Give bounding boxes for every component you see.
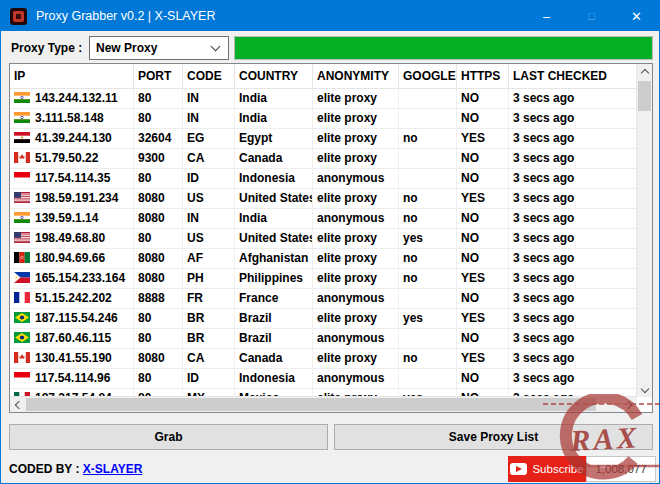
column-header-ip[interactable]: IP — [10, 64, 134, 88]
cell-code: BR — [183, 309, 235, 328]
table-row[interactable]: 130.41.55.1908080CACanadaelite proxynoYE… — [10, 349, 637, 369]
cell-code: IN — [183, 209, 235, 228]
column-header-anonymity[interactable]: ANONYMITY — [313, 64, 399, 88]
table-row[interactable]: 117.54.114.9680IDIndonesiaanonymousNO3 s… — [10, 369, 637, 389]
cell-country: Indonesia — [235, 169, 313, 188]
scroll-down-icon[interactable] — [637, 382, 652, 397]
table-row[interactable]: 51.15.242.2028888FRFranceanonymousNO3 se… — [10, 289, 637, 309]
grab-button[interactable]: Grab — [9, 424, 328, 450]
table-header: IPPORTCODECOUNTRYANONYMITYGOOGLEHTTPSLAS… — [10, 64, 637, 89]
cell-last-checked: 3 secs ago — [509, 309, 637, 328]
horizontal-scrollbar[interactable] — [10, 396, 637, 412]
proxy-type-dropdown[interactable]: New Proxy — [89, 36, 229, 60]
table-row[interactable]: 187.115.54.24680BRBrazilelite proxyyesYE… — [10, 309, 637, 329]
vertical-scroll-thumb[interactable] — [638, 81, 651, 111]
cell-https: YES — [457, 269, 509, 288]
table-row[interactable]: 198.49.68.8080USUnited Stateselite proxy… — [10, 229, 637, 249]
cell-anonymity: elite proxy — [313, 249, 399, 268]
cell-code: IN — [183, 89, 235, 108]
cell-last-checked: 3 secs ago — [509, 89, 637, 108]
column-header-code[interactable]: CODE — [183, 64, 235, 88]
scroll-up-icon[interactable] — [637, 64, 652, 79]
cell-country: Philippines — [235, 269, 313, 288]
cell-anonymity: elite proxy — [313, 189, 399, 208]
table-row[interactable]: 180.94.69.668080AFAfghanistanelite proxy… — [10, 249, 637, 269]
cell-code: US — [183, 189, 235, 208]
table-row[interactable]: 139.59.1.148080INIndiaanonymousnoNO3 sec… — [10, 209, 637, 229]
cell-code: PH — [183, 269, 235, 288]
proxy-type-selected-value: New Proxy — [96, 41, 157, 55]
app-icon — [10, 8, 27, 25]
table-row[interactable]: 165.154.233.1648080PHPhilippineselite pr… — [10, 269, 637, 289]
cell-last-checked: 3 secs ago — [509, 109, 637, 128]
cell-ip: 187.60.46.115 — [10, 329, 134, 348]
author-link[interactable]: X-SLAYER — [83, 462, 143, 476]
cell-port: 80 — [134, 229, 183, 248]
column-header-country[interactable]: COUNTRY — [235, 64, 313, 88]
cell-port: 32604 — [134, 129, 183, 148]
cell-google: no — [399, 129, 457, 148]
save-proxy-list-button[interactable]: Save Proxy List — [334, 424, 653, 450]
cell-anonymity: anonymous — [313, 169, 399, 188]
window-title: Proxy Grabber v0.2 | X-SLAYER — [36, 9, 215, 23]
vertical-scrollbar[interactable] — [636, 64, 652, 397]
table-row[interactable]: 41.39.244.13032604EGEgyptelite proxynoYE… — [10, 129, 637, 149]
cell-country: India — [235, 209, 313, 228]
cell-last-checked: 3 secs ago — [509, 149, 637, 168]
column-header-last-checked[interactable]: LAST CHECKED — [509, 64, 637, 88]
table-row[interactable]: 187.60.46.11580BRBrazilanonymousNO3 secs… — [10, 329, 637, 349]
scroll-right-icon[interactable] — [622, 397, 637, 412]
cell-port: 80 — [134, 169, 183, 188]
table-row[interactable]: 51.79.50.229300CACanadaelite proxyNO3 se… — [10, 149, 637, 169]
column-header-https[interactable]: HTTPS — [457, 64, 509, 88]
horizontal-scroll-thumb[interactable] — [26, 398, 596, 411]
cell-last-checked: 3 secs ago — [509, 349, 637, 368]
cell-https: NO — [457, 89, 509, 108]
cell-code: EG — [183, 129, 235, 148]
cell-google: no — [399, 269, 457, 288]
cell-ip: 198.49.68.80 — [10, 229, 134, 248]
cell-last-checked: 3 secs ago — [509, 249, 637, 268]
cell-port: 8080 — [134, 349, 183, 368]
cell-anonymity: elite proxy — [313, 229, 399, 248]
column-header-google[interactable]: GOOGLE — [399, 64, 457, 88]
column-header-port[interactable]: PORT — [134, 64, 183, 88]
chevron-down-icon — [211, 42, 221, 52]
cell-ip: 117.54.114.96 — [10, 369, 134, 388]
cell-https: NO — [457, 369, 509, 388]
cell-https: NO — [457, 289, 509, 308]
cell-ip: 41.39.244.130 — [10, 129, 134, 148]
cell-last-checked: 3 secs ago — [509, 369, 637, 388]
cell-https: NO — [457, 149, 509, 168]
cell-country: India — [235, 109, 313, 128]
cell-code: ID — [183, 369, 235, 388]
progress-bar-fill — [235, 37, 652, 59]
cell-google: no — [399, 349, 457, 368]
youtube-subscribe-button[interactable]: Subscribe — [508, 456, 586, 482]
cell-port: 9300 — [134, 149, 183, 168]
cell-port: 8888 — [134, 289, 183, 308]
cell-country: France — [235, 289, 313, 308]
app-window: Proxy Grabber v0.2 | X-SLAYER – □ ✕ Prox… — [0, 0, 660, 484]
cell-ip: 3.111.58.148 — [10, 109, 134, 128]
cell-google — [399, 89, 457, 108]
cell-port: 80 — [134, 309, 183, 328]
country-flag-icon — [14, 272, 30, 283]
table-row[interactable]: 198.59.191.2348080USUnited Stateselite p… — [10, 189, 637, 209]
cell-code: CA — [183, 349, 235, 368]
country-flag-icon — [14, 112, 30, 123]
cell-ip: 130.41.55.190 — [10, 349, 134, 368]
table-row[interactable]: 143.244.132.1180INIndiaelite proxyNO3 se… — [10, 89, 637, 109]
cell-google — [399, 289, 457, 308]
minimize-button[interactable]: – — [524, 1, 569, 31]
window-controls: – □ ✕ — [524, 1, 659, 31]
scroll-left-icon[interactable] — [10, 397, 25, 412]
proxy-type-label: Proxy Type : — [11, 41, 82, 55]
table-row[interactable]: 117.54.114.3580IDIndonesiaanonymousNO3 s… — [10, 169, 637, 189]
cell-https: YES — [457, 129, 509, 148]
cell-anonymity: anonymous — [313, 209, 399, 228]
close-button[interactable]: ✕ — [614, 1, 659, 31]
proxy-grid: IPPORTCODECOUNTRYANONYMITYGOOGLEHTTPSLAS… — [10, 64, 637, 397]
table-row[interactable]: 3.111.58.14880INIndiaelite proxyNO3 secs… — [10, 109, 637, 129]
country-flag-icon — [14, 132, 30, 143]
